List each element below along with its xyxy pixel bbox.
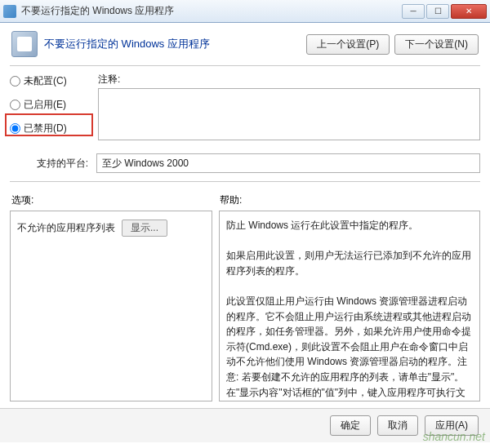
app-icon bbox=[3, 5, 16, 18]
radio-not-configured[interactable]: 未配置(C) bbox=[10, 74, 91, 88]
radio-disabled-label: 已禁用(D) bbox=[24, 122, 67, 135]
panels: 不允许的应用程序列表 显示... 防止 Windows 运行在此设置中指定的程序… bbox=[0, 211, 490, 408]
window-title: 不要运行指定的 Windows 应用程序 bbox=[21, 4, 397, 18]
radio-enabled-label: 已启用(E) bbox=[24, 98, 66, 112]
ok-button[interactable]: 确定 bbox=[330, 415, 371, 436]
divider bbox=[10, 65, 480, 66]
help-label: 帮助: bbox=[220, 193, 242, 207]
window-controls: ─ ☐ ✕ bbox=[402, 4, 487, 19]
platform-row: 支持的平台: 至少 Windows 2000 bbox=[0, 152, 490, 180]
disallowed-list-label: 不允许的应用程序列表 bbox=[17, 220, 115, 236]
divider-2 bbox=[10, 181, 480, 182]
radio-not-configured-input[interactable] bbox=[10, 76, 20, 86]
radio-column: 未配置(C) 已启用(E) 已禁用(D) bbox=[10, 73, 91, 145]
close-button[interactable]: ✕ bbox=[451, 4, 487, 19]
apply-button[interactable]: 应用(A) bbox=[425, 415, 479, 436]
maximize-button[interactable]: ☐ bbox=[426, 4, 449, 19]
radio-disabled[interactable]: 已禁用(D) bbox=[10, 122, 91, 135]
footer: 确定 取消 应用(A) bbox=[0, 408, 490, 442]
comment-textarea[interactable] bbox=[98, 88, 480, 140]
radio-not-configured-label: 未配置(C) bbox=[24, 74, 67, 88]
minimize-button[interactable]: ─ bbox=[402, 4, 425, 19]
options-panel: 不允许的应用程序列表 显示... bbox=[10, 211, 212, 401]
radio-enabled[interactable]: 已启用(E) bbox=[10, 98, 91, 112]
radio-enabled-input[interactable] bbox=[10, 100, 20, 110]
disallowed-list-row: 不允许的应用程序列表 显示... bbox=[17, 220, 205, 237]
next-setting-button[interactable]: 下一个设置(N) bbox=[394, 34, 479, 55]
header: 不要运行指定的 Windows 应用程序 上一个设置(P) 下一个设置(N) bbox=[0, 23, 490, 64]
comment-label: 注释: bbox=[98, 73, 120, 86]
nav-buttons: 上一个设置(P) 下一个设置(N) bbox=[306, 34, 479, 55]
comment-column: 注释: bbox=[98, 73, 480, 145]
platform-value: 至少 Windows 2000 bbox=[102, 157, 189, 171]
help-panel: 防止 Windows 运行在此设置中指定的程序。 如果启用此设置，则用户无法运行… bbox=[219, 211, 480, 401]
policy-icon bbox=[11, 31, 38, 57]
platform-label: 支持的平台: bbox=[10, 157, 91, 171]
radio-disabled-input[interactable] bbox=[10, 123, 20, 134]
help-text: 防止 Windows 运行在此设置中指定的程序。 如果启用此设置，则用户无法运行… bbox=[226, 218, 473, 401]
options-label: 选项: bbox=[11, 193, 220, 207]
page-title: 不要运行指定的 Windows 应用程序 bbox=[44, 37, 300, 51]
prev-setting-button[interactable]: 上一个设置(P) bbox=[306, 34, 390, 55]
titlebar: 不要运行指定的 Windows 应用程序 ─ ☐ ✕ bbox=[0, 0, 490, 23]
cancel-button[interactable]: 取消 bbox=[377, 415, 418, 436]
config-area: 未配置(C) 已启用(E) 已禁用(D) 注释: bbox=[0, 73, 490, 152]
platform-value-box: 至少 Windows 2000 bbox=[96, 153, 480, 173]
show-list-button[interactable]: 显示... bbox=[122, 220, 167, 237]
panel-labels: 选项: 帮助: bbox=[0, 189, 490, 211]
